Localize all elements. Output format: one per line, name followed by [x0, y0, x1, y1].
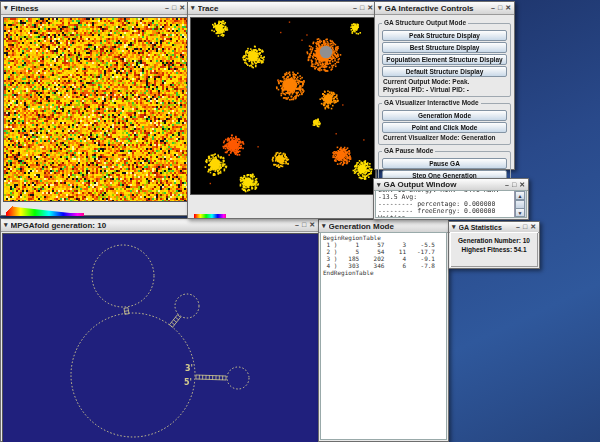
window-menu-icon[interactable]: ▾	[452, 223, 456, 231]
mpgafold-window-title: MPGAfold generation: 10	[11, 221, 292, 230]
close-icon[interactable]: ✕	[530, 223, 536, 231]
trace-titlebar[interactable]: ▾ Trace – □ ✕	[188, 2, 376, 15]
window-menu-icon[interactable]: ▾	[378, 4, 382, 12]
pid-status: Physical PID: - Virtual PID: -	[381, 86, 508, 94]
ga-output-window: ▾ GA Output Window – □ ✕ Gen: 10 Energy:…	[373, 178, 529, 220]
rna-structure-canvas	[2, 233, 319, 442]
maximize-icon[interactable]: □	[302, 221, 306, 229]
region-table-text: BeginRegionTable 1 ) 1 57 3 -5.5 2 ) 5 5…	[323, 234, 446, 276]
close-icon[interactable]: ✕	[309, 221, 315, 229]
window-menu-icon[interactable]: ▾	[191, 4, 195, 12]
minimize-icon[interactable]: –	[295, 221, 299, 229]
ga-statistics-window: ▾ GA Statistics – □ ✕ Generation Number:…	[448, 221, 540, 269]
close-icon[interactable]: ✕	[519, 181, 525, 189]
trace-window-title: Trace	[198, 4, 350, 13]
maximize-icon[interactable]: □	[360, 4, 364, 12]
ga-output-log: Gen: 10 Energy: Min: -54.1 Max: -13.5 Av…	[375, 190, 527, 218]
window-menu-icon[interactable]: ▾	[377, 181, 381, 189]
population-element-structure-display-button[interactable]: Population Element Structure Display	[382, 54, 507, 65]
window-menu-icon[interactable]: ▾	[322, 222, 326, 230]
fitness-heatmap-canvas	[3, 17, 188, 202]
trace-canvas	[190, 17, 376, 195]
ga-controls-titlebar[interactable]: ▾ GA Interactive Controls – □ ✕	[375, 2, 514, 15]
trace-window: ▾ Trace – □ ✕	[187, 1, 377, 219]
maximize-icon[interactable]: □	[498, 4, 502, 12]
ga-controls-window: ▾ GA Interactive Controls – □ ✕ GA Struc…	[374, 1, 515, 170]
log-line: Waiting	[378, 215, 513, 218]
minimize-icon[interactable]: –	[353, 4, 357, 12]
close-icon[interactable]: ✕	[179, 4, 185, 12]
vertical-scrollbar[interactable]: ▲ ▼	[514, 191, 526, 217]
maximize-icon[interactable]: □	[523, 223, 527, 231]
fitness-window: ▾ Fitness – □ ✕	[0, 1, 189, 216]
window-menu-icon[interactable]: ▾	[4, 4, 8, 12]
fitness-footer	[1, 204, 188, 218]
fitness-window-title: Fitness	[11, 4, 162, 13]
minimize-icon[interactable]: –	[516, 223, 520, 231]
point-and-click-mode-button[interactable]: Point and Click Mode	[382, 122, 507, 133]
highest-fitness-value: Highest Fitness: 54.1	[450, 245, 538, 254]
current-output-mode-status: Current Output Mode: Peak.	[381, 78, 508, 86]
default-structure-display-button[interactable]: Default Structure Display	[382, 66, 507, 77]
structure-output-mode-group: GA Structure Output Mode Peak Structure …	[378, 23, 511, 97]
maximize-icon[interactable]: □	[512, 181, 516, 189]
trace-colorbar	[194, 212, 226, 218]
visualizer-interactive-mode-group: GA Visualizer Interactive Mode Generatio…	[378, 103, 511, 145]
ga-controls-window-title: GA Interactive Controls	[385, 4, 488, 13]
generation-number-value: Generation Number: 10	[450, 236, 538, 245]
trace-footer	[188, 197, 376, 221]
ga-output-window-title: GA Output Window	[384, 180, 502, 189]
region-table-panel: BeginRegionTable 1 ) 1 57 3 -5.5 2 ) 5 5…	[320, 232, 447, 440]
scroll-down-icon[interactable]: ▼	[515, 208, 525, 217]
current-visualizer-mode-status: Current Visualizer Mode: Generation	[381, 134, 508, 142]
minimize-icon[interactable]: –	[491, 4, 495, 12]
best-structure-display-button[interactable]: Best Structure Display	[382, 42, 507, 53]
maximize-icon[interactable]: □	[172, 4, 176, 12]
group-label: GA Pause Mode	[382, 147, 435, 154]
minimize-icon[interactable]: –	[505, 181, 509, 189]
ga-statistics-window-title: GA Statistics	[459, 224, 513, 231]
fitness-colorbar	[6, 205, 84, 216]
fitness-titlebar[interactable]: ▾ Fitness – □ ✕	[1, 2, 188, 15]
mpgafold-window: ▾ MPGAfold generation: 10 – □ ✕	[0, 218, 319, 442]
group-label: GA Structure Output Mode	[382, 19, 468, 26]
generation-mode-window: ▾ Generation Mode BeginRegionTable 1 ) 1…	[318, 219, 449, 442]
generation-mode-window-title: Generation Mode	[329, 222, 445, 231]
group-label: GA Visualizer Interactive Mode	[382, 99, 481, 106]
generation-mode-button[interactable]: Generation Mode	[382, 110, 507, 121]
pause-ga-button[interactable]: Pause GA	[382, 158, 507, 169]
scroll-up-icon[interactable]: ▲	[515, 191, 525, 200]
close-icon[interactable]: ✕	[505, 4, 511, 12]
peak-structure-display-button[interactable]: Peak Structure Display	[382, 30, 507, 41]
window-menu-icon[interactable]: ▾	[4, 221, 8, 229]
close-icon[interactable]: ✕	[367, 4, 373, 12]
ga-statistics-panel: Generation Number: 10 Highest Fitness: 5…	[450, 232, 538, 267]
minimize-icon[interactable]: –	[165, 4, 169, 12]
